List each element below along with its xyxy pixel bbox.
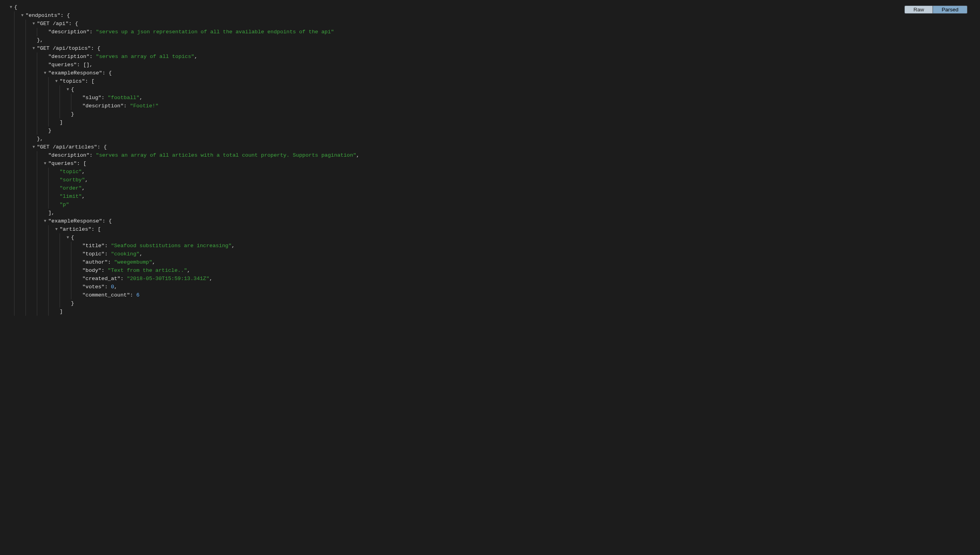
json-key: "GET /api/topics" bbox=[37, 45, 91, 51]
tree-node-articles[interactable]: "articles": [ { "title": "Seafood substi… bbox=[48, 225, 980, 316]
json-string: "Text from the article.." bbox=[108, 268, 187, 273]
json-key: "author" bbox=[82, 259, 108, 265]
tree-leaf: "limit", bbox=[48, 192, 980, 201]
json-string: "weegembump" bbox=[114, 259, 152, 265]
tree-leaf: "sortby", bbox=[48, 176, 980, 184]
chevron-down-icon[interactable] bbox=[43, 159, 47, 168]
json-key: "GET /api" bbox=[37, 21, 69, 27]
json-string: "order" bbox=[60, 185, 82, 191]
json-key: "description" bbox=[82, 103, 123, 109]
tree-leaf: "description": "Footie!" bbox=[71, 102, 980, 110]
json-string: "p" bbox=[60, 202, 69, 208]
json-empty-array: [] bbox=[83, 62, 89, 68]
tree-leaf: "description": "serves an array of all a… bbox=[37, 151, 980, 159]
json-key: "GET /api/articles" bbox=[37, 144, 97, 150]
json-string: "cooking" bbox=[111, 251, 140, 257]
json-string: "limit" bbox=[60, 193, 82, 199]
tree-leaf: "author": "weegembump", bbox=[71, 258, 980, 266]
json-key: "topic" bbox=[82, 251, 105, 257]
json-viewer: Raw Parsed { "endpoints": { "GET /api": … bbox=[0, 0, 980, 324]
tree-node-root[interactable]: { "endpoints": { "GET /api": { "descript… bbox=[3, 3, 980, 316]
chevron-down-icon[interactable] bbox=[20, 11, 25, 20]
tree-leaf: "description": "serves an array of all t… bbox=[37, 52, 980, 61]
chevron-down-icon[interactable] bbox=[43, 69, 47, 77]
tree-leaf: "order", bbox=[48, 184, 980, 192]
tree-leaf: "title": "Seafood substitutions are incr… bbox=[71, 242, 980, 250]
chevron-down-icon[interactable] bbox=[31, 44, 36, 52]
json-key: "title" bbox=[82, 243, 105, 249]
json-key: "queries" bbox=[48, 62, 77, 68]
tree-leaf: "created_at": "2018-05-30T15:59:13.341Z"… bbox=[71, 275, 980, 283]
tree-node-object[interactable]: { "slug": "football", "description": "Fo… bbox=[60, 85, 980, 118]
tree-node-example-response[interactable]: "exampleResponse": { "articles": [ { "ti… bbox=[37, 217, 980, 316]
tree-leaf: "body": "Text from the article..", bbox=[71, 266, 980, 275]
json-key: "exampleResponse" bbox=[48, 218, 102, 224]
chevron-down-icon[interactable] bbox=[31, 143, 36, 151]
json-string: "serves up a json representation of all … bbox=[96, 29, 334, 35]
tree-node-object[interactable]: { "title": "Seafood substitutions are in… bbox=[60, 233, 980, 307]
tree-leaf: "description": "serves up a json represe… bbox=[37, 28, 980, 36]
json-string: "Footie!" bbox=[130, 103, 159, 109]
chevron-down-icon[interactable] bbox=[9, 3, 13, 11]
tree-leaf: "p" bbox=[48, 201, 980, 209]
tree-node-get-topics[interactable]: "GET /api/topics": { "description": "ser… bbox=[25, 44, 980, 143]
json-key: "queries" bbox=[48, 161, 77, 166]
tree-node-queries[interactable]: "queries": [ "topic", "sortby", "order",… bbox=[37, 159, 980, 217]
json-key: "description" bbox=[48, 152, 89, 158]
json-number: 0 bbox=[111, 284, 114, 290]
chevron-down-icon[interactable] bbox=[43, 217, 47, 225]
chevron-down-icon[interactable] bbox=[65, 233, 70, 242]
json-string: "sortby" bbox=[60, 177, 85, 183]
json-string: "serves an array of all articles with a … bbox=[96, 152, 356, 158]
json-key: "votes" bbox=[82, 284, 105, 290]
parsed-button[interactable]: Parsed bbox=[933, 5, 967, 14]
chevron-down-icon[interactable] bbox=[65, 85, 70, 94]
json-number: 6 bbox=[136, 292, 140, 298]
json-string: "serves an array of all topics" bbox=[96, 54, 194, 60]
json-key: "description" bbox=[48, 29, 89, 35]
json-key: "description" bbox=[48, 54, 89, 60]
tree-node-topics[interactable]: "topics": [ { "slug": "football", "descr… bbox=[48, 77, 980, 127]
json-string: "topic" bbox=[60, 169, 82, 175]
tree-leaf: "queries": [], bbox=[37, 61, 980, 69]
tree-leaf: "comment_count": 6 bbox=[71, 291, 980, 299]
json-key: "exampleResponse" bbox=[48, 70, 102, 76]
tree-node-example-response[interactable]: "exampleResponse": { "topics": [ { "slug… bbox=[37, 69, 980, 135]
tree-node-get-api[interactable]: "GET /api": { "description": "serves up … bbox=[25, 20, 980, 44]
json-key: "topics" bbox=[60, 78, 85, 84]
tree-leaf: "topic": "cooking", bbox=[71, 250, 980, 258]
raw-button[interactable]: Raw bbox=[904, 5, 933, 14]
tree-node-endpoints[interactable]: "endpoints": { "GET /api": { "descriptio… bbox=[14, 11, 980, 316]
json-key: "endpoints" bbox=[25, 13, 60, 18]
json-key: "created_at" bbox=[82, 276, 120, 282]
chevron-down-icon[interactable] bbox=[54, 77, 59, 85]
tree-node-get-articles[interactable]: "GET /api/articles": { "description": "s… bbox=[25, 143, 980, 316]
chevron-down-icon[interactable] bbox=[54, 225, 59, 233]
json-key: "slug" bbox=[82, 95, 102, 101]
tree-leaf: "topic", bbox=[48, 168, 980, 176]
json-key: "articles" bbox=[60, 226, 91, 232]
json-key: "body" bbox=[82, 268, 102, 273]
tree-leaf: "votes": 0, bbox=[71, 283, 980, 291]
chevron-down-icon[interactable] bbox=[31, 20, 36, 28]
json-key: "comment_count" bbox=[82, 292, 130, 298]
json-string: "Seafood substitutions are increasing" bbox=[111, 243, 232, 249]
json-string: "2018-05-30T15:59:13.341Z" bbox=[127, 276, 209, 282]
view-mode-toggle: Raw Parsed bbox=[904, 5, 967, 14]
json-string: "football" bbox=[108, 95, 140, 101]
tree-leaf: "slug": "football", bbox=[71, 94, 980, 102]
